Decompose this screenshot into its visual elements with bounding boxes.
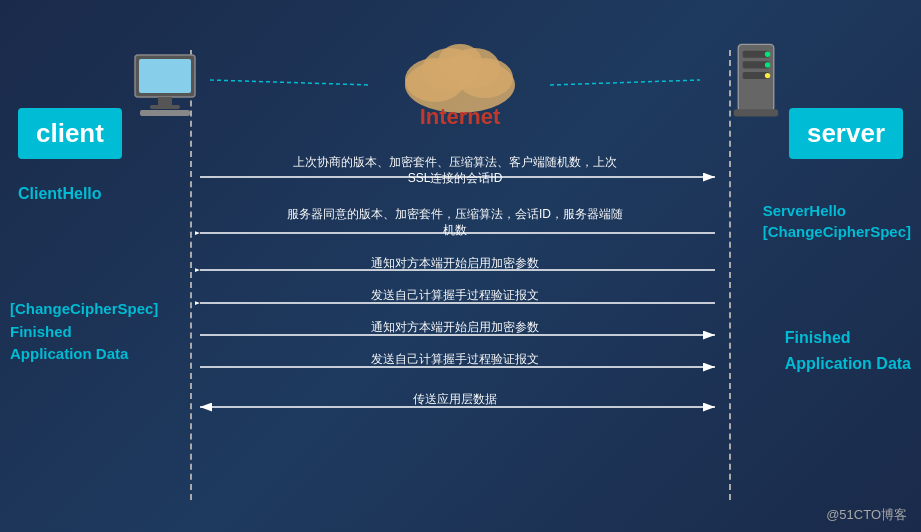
right-finished-label: Finished Application Data: [785, 325, 911, 376]
svg-point-10: [765, 62, 770, 67]
diagram-container: client server: [0, 0, 921, 532]
client-label: client: [18, 108, 122, 159]
svg-rect-4: [140, 110, 190, 116]
internet-label: Internet: [340, 104, 580, 130]
internet-area: Internet: [340, 20, 580, 130]
watermark: @51CTO博客: [826, 506, 907, 524]
client-icon: [130, 50, 210, 120]
right-serverhello-label: ServerHello [ChangeCipherSpec]: [763, 200, 911, 242]
svg-rect-2: [158, 97, 172, 105]
svg-rect-1: [139, 59, 191, 93]
svg-point-11: [765, 73, 770, 78]
left-change-cipher-label: [ChangeCipherSpec] Finished Application …: [10, 298, 158, 366]
arrows-svg: 上次协商的版本、加密套件、压缩算法、客户端随机数，上次SSL连接的会话ID 服务…: [195, 155, 726, 455]
server-label: server: [789, 108, 903, 159]
server-icon: [721, 40, 801, 120]
svg-point-9: [765, 52, 770, 57]
svg-rect-12: [734, 109, 778, 116]
svg-rect-3: [150, 105, 180, 109]
clienthello-label: ClientHello: [18, 185, 102, 203]
svg-point-18: [438, 44, 482, 80]
